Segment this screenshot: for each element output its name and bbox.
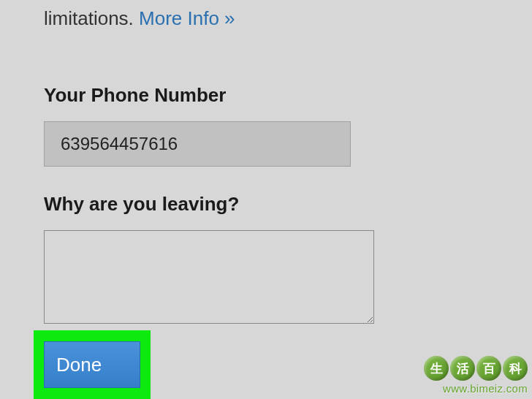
watermark-chinese-logo: 生 活 百 科	[424, 356, 528, 381]
leaving-reason-textarea[interactable]	[44, 230, 374, 324]
done-highlight-box: Done	[34, 330, 151, 399]
watermark-char: 生	[424, 356, 449, 381]
phone-number-label: Your Phone Number	[44, 84, 495, 107]
watermark-char: 活	[450, 356, 475, 381]
phone-number-input[interactable]	[44, 121, 351, 167]
info-text: limitations. More Info »	[44, 4, 495, 33]
watermark-url: www.bimeiz.com	[443, 382, 528, 395]
info-text-partial: limitations.	[44, 7, 139, 29]
done-button[interactable]: Done	[44, 341, 140, 388]
watermark-char: 科	[503, 356, 528, 381]
watermark-char: 百	[476, 356, 501, 381]
leaving-reason-label: Why are you leaving?	[44, 193, 495, 216]
watermark: 生 活 百 科 www.bimeiz.com	[424, 356, 528, 395]
more-info-link[interactable]: More Info »	[139, 7, 235, 29]
